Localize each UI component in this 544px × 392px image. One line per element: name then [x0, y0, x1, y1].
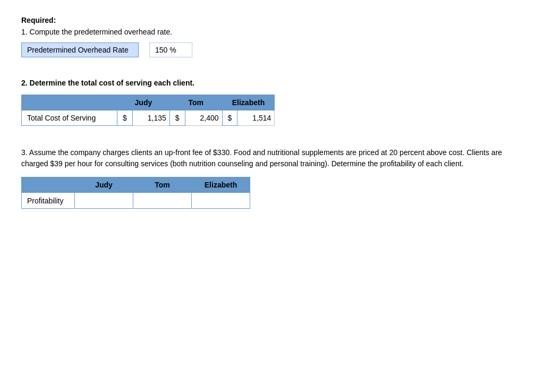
cost-header-judy: Judy [117, 95, 170, 110]
profit-header-empty [22, 177, 75, 193]
cost-row-label: Total Cost of Serving [22, 110, 117, 126]
tom-dollar-sign: $ [169, 110, 185, 126]
cost-header-tom: Tom [169, 95, 222, 110]
profit-table: Judy Tom Elizabeth Profitability [21, 177, 250, 209]
overhead-label: Predetermined Overhead Rate [22, 43, 139, 57]
cost-header-row: Judy Tom Elizabeth [22, 95, 275, 110]
elizabeth-cost-value[interactable]: 1,514 [237, 110, 275, 126]
question-3-section: 3. Assume the company charges clients an… [21, 147, 523, 209]
cost-table: Judy Tom Elizabeth Total Cost of Serving… [21, 95, 275, 126]
question-1-label: 1. Compute the predetermined overhead ra… [21, 28, 523, 36]
question-2-section: 2. Determine the total cost of serving e… [21, 79, 523, 126]
profit-header-judy: Judy [75, 177, 133, 193]
question-2-label: 2. Determine the total cost of serving e… [21, 79, 523, 87]
profit-header-row: Judy Tom Elizabeth [22, 177, 250, 193]
elizabeth-profit-value[interactable] [192, 193, 250, 209]
profit-data-row: Profitability [22, 193, 250, 209]
judy-dollar-sign: $ [117, 110, 133, 126]
cost-header-empty [22, 95, 117, 110]
tom-profit-value[interactable] [133, 193, 192, 209]
overhead-value: 150 [155, 46, 167, 54]
tom-cost-value[interactable]: 2,400 [185, 110, 222, 126]
overhead-value-cell[interactable]: 150 % [150, 43, 192, 57]
profit-row-label: Profitability [22, 193, 75, 209]
cost-data-row: Total Cost of Serving $ 1,135 $ 2,400 $ … [22, 110, 275, 126]
cost-header-elizabeth: Elizabeth [222, 95, 275, 110]
overhead-row: Predetermined Overhead Rate 150 % [22, 43, 192, 57]
overhead-rate-table: Predetermined Overhead Rate 150 % [21, 42, 192, 57]
judy-profit-value[interactable] [75, 193, 133, 209]
profit-header-tom: Tom [133, 177, 192, 193]
profit-header-elizabeth: Elizabeth [192, 177, 250, 193]
question-3-label: 3. Assume the company charges clients an… [21, 147, 523, 169]
required-title: Required: [21, 16, 523, 24]
required-section: Required: 1. Compute the predetermined o… [21, 16, 523, 57]
judy-cost-value[interactable]: 1,135 [132, 110, 169, 126]
overhead-unit: % [169, 46, 176, 54]
elizabeth-dollar-sign: $ [222, 110, 237, 126]
